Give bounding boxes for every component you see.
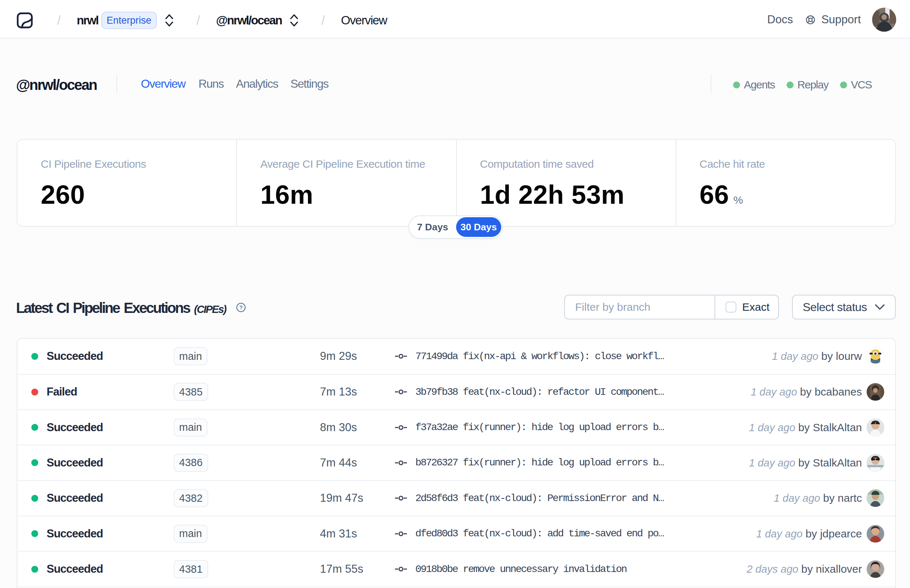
- svg-text:?: ?: [239, 304, 242, 310]
